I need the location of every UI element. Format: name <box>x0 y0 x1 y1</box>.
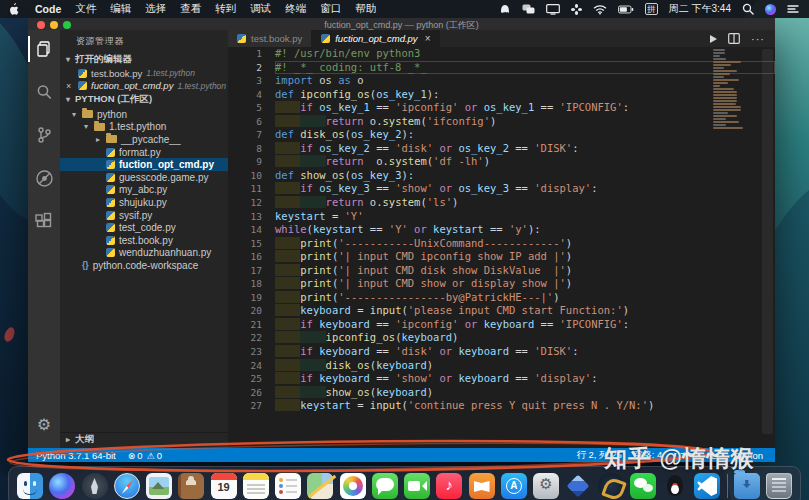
code-line-14[interactable]: 14while(keystart == 'Y' or keystart == '… <box>228 223 775 237</box>
battery-icon[interactable] <box>618 5 634 14</box>
messages-status-icon[interactable] <box>522 4 535 15</box>
siri-menu-icon[interactable] <box>765 4 776 15</box>
open-editor-item-1[interactable]: ×fuction_opt_cmd.py1.test.python <box>60 80 228 93</box>
tree-item-12[interactable]: {}python.code-workspace <box>60 259 228 272</box>
dock-preview-icon[interactable] <box>146 473 172 499</box>
code-line-9[interactable]: 9 return o.system('df -lh') <box>228 155 775 169</box>
dock-siri-icon[interactable] <box>49 473 75 499</box>
code-line-21[interactable]: 21 if keyboard == 'ipconfig' or keyboard… <box>228 318 775 332</box>
dock-trash-icon[interactable] <box>766 473 792 499</box>
tree-item-0[interactable]: ▾python <box>60 108 228 121</box>
menu-item-2[interactable]: 选择 <box>145 2 166 16</box>
status-item-0[interactable]: 行 2, 列 25 <box>576 449 621 462</box>
outline-section[interactable]: ▸ 大纲 <box>60 432 228 446</box>
dock-vscode-icon[interactable] <box>694 473 720 499</box>
dock-virtualbox-icon[interactable] <box>565 473 591 499</box>
dock-app-store-icon[interactable] <box>501 473 527 499</box>
code-line-22[interactable]: 22 ipconfig_os(keyboard) <box>228 331 775 345</box>
status-item-2[interactable]: UTF-8 <box>673 450 700 461</box>
more-actions-icon[interactable]: ··· <box>751 35 765 43</box>
input-method-badge[interactable]: 拼 <box>645 3 658 15</box>
code-line-16[interactable]: 16 print('| input CMD ipconfig show IP a… <box>228 250 775 264</box>
tree-item-6[interactable]: my_abc.py <box>60 184 228 197</box>
window-title-bar[interactable]: fuction_opt_cmd.py — python (工作区) <box>28 18 775 30</box>
status-item-1[interactable]: 空格: 4 <box>633 449 663 462</box>
code-line-10[interactable]: 10def show_os(os_key_3): <box>228 169 775 183</box>
code-line-2[interactable]: 2#! _*_ coding: utf-8 _*_ <box>228 61 775 75</box>
spotlight-search-icon[interactable] <box>742 3 754 15</box>
code-line-15[interactable]: 15 print('-----------UnixCommand--------… <box>228 237 775 251</box>
code-line-11[interactable]: 11 if os_key_3 == 'show' or os_key_3 == … <box>228 182 775 196</box>
dock-qq-icon[interactable] <box>662 473 688 499</box>
tree-item-5[interactable]: guesscode.game.py <box>60 171 228 184</box>
display-icon[interactable] <box>546 4 560 15</box>
source-control-icon[interactable] <box>33 124 55 146</box>
code-line-8[interactable]: 8 if os_key_2 == 'disk' or os_key_2 == '… <box>228 142 775 156</box>
close-icon[interactable]: × <box>425 33 431 44</box>
dock-facetime-icon[interactable] <box>404 473 430 499</box>
tree-item-10[interactable]: test.book.py <box>60 234 228 247</box>
menu-app-name[interactable]: Code <box>35 3 61 15</box>
open-editor-item-0[interactable]: test.book.py1.test.python <box>60 67 228 80</box>
code-line-26[interactable]: 26 show_os(keyboard) <box>228 386 775 400</box>
code-line-19[interactable]: 19 print('----------------by@PatrickHE--… <box>228 291 775 305</box>
tab-1[interactable]: fuction_opt_cmd.py× <box>312 30 440 47</box>
code-line-25[interactable]: 25 if keyboard == 'show' or keyboard == … <box>228 372 775 386</box>
dock-music-icon[interactable] <box>436 473 462 499</box>
notification-center-icon[interactable] <box>787 4 799 14</box>
dock-knot-app-icon[interactable] <box>598 473 624 499</box>
close-icon[interactable]: × <box>66 81 74 91</box>
apple-icon[interactable] <box>10 3 21 16</box>
status-item-3[interactable]: LF <box>711 450 722 461</box>
dock-calendar-icon[interactable]: 19 <box>211 473 237 499</box>
dock-reminders-icon[interactable] <box>275 473 301 499</box>
menu-item-3[interactable]: 查看 <box>180 2 201 16</box>
menu-clock[interactable]: 周二 下午3:44 <box>669 2 731 16</box>
code-line-5[interactable]: 5 if os_key_1 == 'ipconfig' or os_key_1 … <box>228 101 775 115</box>
wifi-icon[interactable] <box>593 4 607 15</box>
tree-item-9[interactable]: test_code.py <box>60 221 228 234</box>
tree-item-2[interactable]: ▸__pycache__ <box>60 133 228 146</box>
menu-item-6[interactable]: 终端 <box>285 2 306 16</box>
problems-status[interactable]: 0 0 <box>128 450 162 461</box>
code-line-23[interactable]: 23 if keyboard == 'disk' or keyboard == … <box>228 345 775 359</box>
dock-maps-icon[interactable] <box>307 473 333 499</box>
manage-gear-icon[interactable]: ⚙ <box>37 415 51 434</box>
input-app-icon[interactable] <box>499 3 511 15</box>
python-interpreter-status[interactable]: Python 3.7.1 64-bit <box>36 450 116 461</box>
tree-item-3[interactable]: format.py <box>60 146 228 159</box>
status-item-4[interactable]: Python <box>733 450 763 461</box>
menu-item-4[interactable]: 转到 <box>215 2 236 16</box>
tree-item-4[interactable]: fuction_opt_cmd.py <box>60 158 228 171</box>
search-icon[interactable] <box>33 81 55 103</box>
menu-item-8[interactable]: 帮助 <box>355 2 376 16</box>
dock-downloads-folder-icon[interactable] <box>734 473 760 499</box>
dock-wechat-icon[interactable] <box>630 473 656 499</box>
editor-scrollbar[interactable] <box>762 49 773 434</box>
debug-icon[interactable] <box>33 167 55 189</box>
menu-item-5[interactable]: 调试 <box>250 2 271 16</box>
dock-launchpad-icon[interactable] <box>82 473 108 499</box>
explorer-icon[interactable] <box>33 38 55 60</box>
dock-photos-icon[interactable] <box>340 473 366 499</box>
tree-item-8[interactable]: sysif.py <box>60 209 228 222</box>
fan-icon[interactable] <box>571 4 582 15</box>
code-line-4[interactable]: 4def ipconfig_os(os_key_1): <box>228 88 775 102</box>
code-line-27[interactable]: 27 keystart = input('continue press Y qu… <box>228 399 775 413</box>
dock-messages-icon[interactable] <box>372 473 398 499</box>
dock-books-icon[interactable] <box>469 473 495 499</box>
code-line-24[interactable]: 24 disk_os(keyboard) <box>228 359 775 373</box>
extensions-icon[interactable] <box>33 210 55 232</box>
code-line-20[interactable]: 20 keyboard = input('please input CMD st… <box>228 304 775 318</box>
tree-item-7[interactable]: shujuku.py <box>60 196 228 209</box>
tab-0[interactable]: test.book.py <box>228 30 312 47</box>
split-editor-icon[interactable] <box>728 30 740 48</box>
menu-item-0[interactable]: 文件 <box>75 2 96 16</box>
code-line-1[interactable]: 1#! /usr/bin/env python3 <box>228 47 775 61</box>
minimap[interactable] <box>713 49 751 129</box>
code-line-3[interactable]: 3import os as o <box>228 74 775 88</box>
dock-notes-icon[interactable] <box>243 473 269 499</box>
tree-item-1[interactable]: ▾1.test.python <box>60 121 228 134</box>
dock-finder-icon[interactable] <box>17 473 43 499</box>
open-editors-section[interactable]: ▾ 打开的编辑器 <box>60 52 228 67</box>
